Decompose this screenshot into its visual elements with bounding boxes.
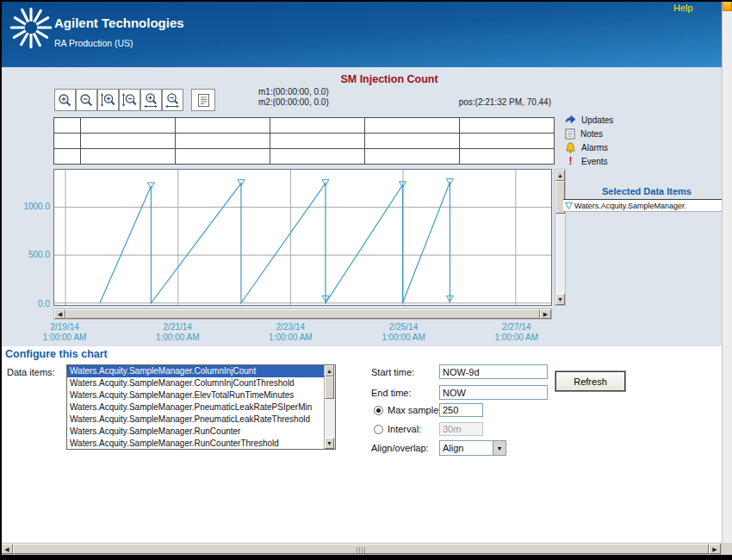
window-border-left (0, 0, 2, 560)
zoom-out-y-icon (121, 92, 138, 109)
chart-plot-area[interactable] (53, 169, 552, 306)
marker-table-cell (54, 149, 81, 164)
zoom-out-button[interactable] (76, 89, 97, 111)
selected-data-item-label: Waters.Acquity.SampleManager. (574, 202, 686, 210)
window-horizontal-scroll-thumb[interactable] (13, 544, 709, 554)
legend-label: Events (581, 157, 608, 166)
legend-row-updates[interactable]: Updates (565, 114, 613, 126)
data-item-option[interactable]: Waters.Acquity.SampleManager.ColumnInjCo… (67, 377, 324, 389)
configure-panel: Configure this chart Data items: Waters.… (0, 346, 722, 543)
marker-table-cell (270, 118, 365, 133)
report-button[interactable] (191, 89, 215, 111)
legend-row-alarms[interactable]: Alarms (565, 141, 608, 153)
start-time-label: Start time: (371, 367, 414, 377)
chart-horizontal-scrollbar[interactable]: ◀ ▶ (53, 308, 552, 320)
window-horizontal-scrollbar[interactable]: ◀ ▶ (0, 543, 722, 555)
end-time-label: End time: (371, 388, 411, 398)
zoom-out-x-button[interactable] (162, 89, 183, 111)
chart-panel: SM Injection Count (0, 67, 722, 346)
listbox-scroll-up-button[interactable]: ▲ (325, 365, 334, 376)
window-scroll-right-button[interactable]: ▶ (709, 544, 721, 554)
marker-table-cell (54, 118, 81, 133)
data-item-option[interactable]: Waters.Acquity.SampleManager.RunCounterT… (67, 438, 324, 449)
x-tick-label: 2/19/141:00:00 AM (26, 322, 103, 343)
refresh-button[interactable]: Refresh (555, 371, 625, 391)
chart-toolbar (54, 89, 215, 111)
selected-data-item[interactable]: Waters.Acquity.SampleManager. (563, 200, 729, 212)
marker-table-cell (460, 149, 554, 164)
marker1-readout: m1:(00:00:00, 0.0) (258, 87, 329, 96)
marker-table-cell (81, 118, 176, 133)
configure-title: Configure this chart (5, 348, 108, 360)
help-link[interactable]: Help (673, 3, 693, 13)
zoom-in-x-icon (143, 92, 159, 109)
selected-data-items-list: Waters.Acquity.SampleManager. (563, 199, 729, 212)
marker-table-cell (460, 118, 554, 133)
legend-label: Alarms (581, 143, 608, 152)
data-item-option[interactable]: Waters.Acquity.SampleManager.ElevTotalRu… (67, 389, 324, 401)
zoom-in-button[interactable] (54, 89, 76, 111)
chart-scroll-left-button[interactable]: ◀ (54, 309, 65, 319)
marker-table-cell (54, 134, 81, 148)
window-border-bottom (0, 555, 732, 560)
x-tick-label: 2/21/141:00:00 AM (139, 322, 216, 343)
marker-table-cell (176, 134, 270, 148)
chart-title: SM Injection Count (217, 73, 561, 85)
x-tick-label: 2/25/141:00:00 AM (365, 322, 443, 343)
marker2-readout: m2:(00:00:00, 0.0) (258, 97, 329, 107)
agilent-logo-icon (7, 3, 55, 55)
marker-table-cell (365, 149, 460, 164)
legend-row-events[interactable]: ! Events (565, 155, 608, 167)
data-items-label: Data items: (7, 367, 55, 377)
listbox-scroll-thumb[interactable] (325, 376, 334, 399)
zoom-out-x-icon (164, 92, 181, 109)
y-tick-label: 500.0 (2, 250, 50, 259)
data-items-options: Waters.Acquity.SampleManager.ColumnInjCo… (67, 365, 324, 449)
chart-scroll-right-button[interactable]: ▶ (540, 309, 551, 319)
window-border-top (0, 0, 732, 2)
zoom-in-y-button[interactable] (97, 89, 119, 111)
chart-horizontal-scroll-thumb[interactable] (65, 309, 540, 319)
legend-row-notes[interactable]: Notes (565, 128, 603, 140)
interval-radio[interactable] (374, 425, 383, 434)
zoom-in-y-icon (100, 92, 116, 109)
interval-input[interactable] (439, 422, 483, 436)
marker-table-cell (270, 134, 365, 148)
cursor-position-readout: pos:(2:21:32 PM, 70.44) (379, 97, 551, 107)
start-time-input[interactable] (439, 364, 548, 379)
end-time-input[interactable] (439, 385, 548, 400)
data-items-listbox[interactable]: Waters.Acquity.SampleManager.ColumnInjCo… (66, 364, 336, 450)
marker-table-cell (365, 134, 460, 148)
align-overlap-select[interactable]: Align ▼ (439, 440, 506, 456)
window-scroll-left-button[interactable]: ◀ (1, 544, 13, 554)
zoom-in-icon (57, 92, 73, 109)
max-samples-label: Max samples: (388, 405, 446, 415)
marker-table-cell (460, 134, 554, 148)
x-tick-label: 2/27/141:00:00 AM (478, 322, 555, 343)
zoom-out-icon (78, 92, 95, 109)
align-overlap-label: Align/overlap: (371, 443, 429, 453)
chart-scroll-up-button[interactable]: ▲ (555, 170, 565, 181)
interval-label: Interval: (388, 424, 421, 434)
marker-table-cell (270, 149, 365, 164)
y-tick-label: 0.0 (2, 299, 50, 308)
chart-canvas[interactable] (54, 170, 551, 305)
zoom-in-x-button[interactable] (140, 89, 162, 111)
listbox-scrollbar[interactable]: ▲ ▼ (324, 365, 335, 449)
data-item-option[interactable]: Waters.Acquity.SampleManager.PneumaticLe… (67, 414, 324, 426)
scrollbar-corner (722, 543, 732, 555)
window-vertical-scrollbar[interactable] (722, 0, 732, 543)
max-samples-radio[interactable] (374, 406, 383, 415)
series-marker-icon (565, 202, 573, 209)
zoom-out-y-button[interactable] (119, 89, 140, 111)
header-banner: Agilent Technologies RA Production (US) … (0, 0, 722, 67)
data-item-option[interactable]: Waters.Acquity.SampleManager.PneumaticLe… (67, 401, 324, 414)
chevron-down-icon[interactable]: ▼ (493, 441, 506, 455)
chart-scroll-down-button[interactable]: ▼ (555, 294, 565, 305)
app-subtitle: RA Production (US) (54, 38, 133, 48)
max-samples-input[interactable] (439, 403, 483, 417)
data-item-option[interactable]: Waters.Acquity.SampleManager.ColumnInjCo… (67, 365, 324, 377)
data-item-option[interactable]: Waters.Acquity.SampleManager.RunCounter (67, 426, 324, 438)
listbox-scroll-down-button[interactable]: ▼ (325, 438, 334, 449)
updates-arrow-icon (565, 115, 576, 126)
